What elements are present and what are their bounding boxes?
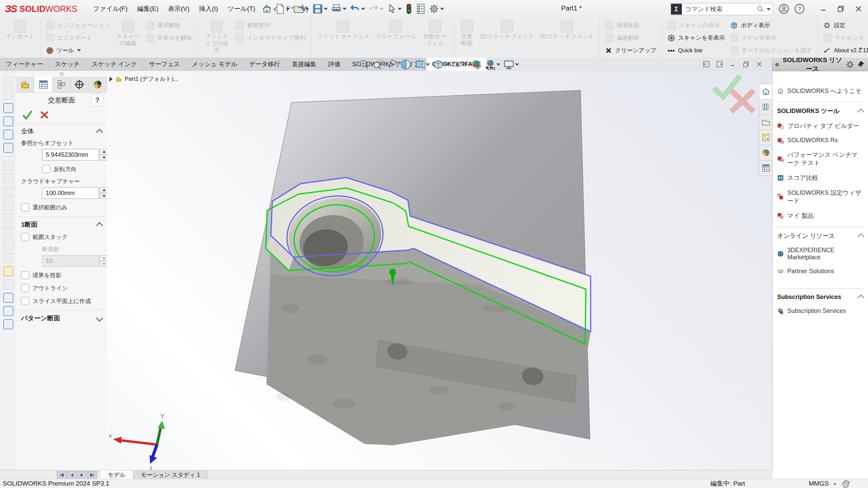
slice-plane-checkbox[interactable]	[21, 297, 29, 305]
tools-section-header[interactable]: SOLIDWORKS ツール	[777, 107, 863, 115]
design-library-tab[interactable]	[759, 99, 772, 115]
options-caret[interactable]	[440, 8, 444, 10]
cleanup-button[interactable]: クリーンアップ	[603, 44, 659, 57]
doc-dock-right-icon[interactable]	[714, 59, 725, 69]
help-icon[interactable]: ?	[794, 3, 805, 14]
performance-benchmark-link[interactable]: Rxパフォーマンス ベンチマーク テスト	[777, 151, 863, 167]
tree-root-label[interactable]: Part1 (デフォルト)...	[125, 75, 178, 83]
tools-caret[interactable]	[77, 49, 81, 52]
apply-scene-caret[interactable]	[496, 63, 500, 66]
tab-surfaces[interactable]: サーフェス	[143, 58, 186, 71]
command-search[interactable]: Σ コマンド検索	[671, 3, 773, 15]
file-explorer-tab[interactable]	[759, 114, 772, 130]
first-tab-button[interactable]	[57, 471, 66, 479]
tab-sketch-ink[interactable]: スケッチ インク	[86, 58, 143, 71]
select-button[interactable]	[387, 3, 402, 15]
file-properties-button[interactable]	[415, 3, 426, 15]
my-products-link[interactable]: マイ 製品	[777, 212, 863, 220]
marketplace-link[interactable]: 3DEXPERIENCE Marketplace	[777, 247, 863, 261]
hide-show-caret[interactable]	[464, 63, 468, 66]
doc-minimize-button[interactable]	[728, 59, 738, 69]
export-button[interactable]: エクスポート	[43, 32, 113, 44]
outline-row[interactable]: アウトライン	[16, 282, 107, 295]
property-tab-builder-link[interactable]: プロパティ タブ ビルダー	[777, 122, 863, 130]
appearances-tab[interactable]	[759, 145, 772, 161]
display-style-caret[interactable]	[445, 63, 449, 66]
subscription-section-header[interactable]: Subscription Services	[777, 294, 863, 301]
interactive-align-button[interactable]: インタラクティブ整列	[233, 32, 308, 44]
doc-close-button[interactable]	[754, 59, 764, 69]
box-fit-icon[interactable]	[3, 174, 13, 184]
units-selector[interactable]: MMGS	[809, 480, 850, 488]
quick-bar-button[interactable]: Quick bar	[665, 44, 728, 57]
feature-manager-tab[interactable]	[16, 77, 34, 92]
scan-edit-button[interactable]: スキャンの編集	[113, 19, 143, 47]
license-button[interactable]: ライセンス	[821, 32, 868, 44]
menu-view[interactable]: 表示(V)	[164, 2, 194, 15]
tab-direct-edit[interactable]: 直接編集	[286, 58, 322, 71]
menu-file[interactable]: ファイル(F)	[89, 2, 132, 15]
undo-caret[interactable]	[361, 8, 365, 10]
hide-all-sections-button[interactable]: すべてのセクションを隠す	[728, 44, 815, 57]
wrap-sketch-icon[interactable]	[3, 130, 13, 139]
dimxpert-manager-tab[interactable]	[71, 77, 88, 92]
flip-direction-checkbox[interactable]	[42, 165, 50, 173]
section-count-spinner[interactable]: 10	[42, 255, 108, 267]
minimize-button[interactable]	[816, 2, 831, 16]
model-tab[interactable]: モデル	[100, 470, 133, 480]
user-account-icon[interactable]	[778, 3, 789, 14]
restore-button[interactable]	[833, 2, 848, 16]
redo-button[interactable]	[368, 3, 384, 15]
search-icon[interactable]	[756, 5, 765, 13]
tag-icon[interactable]	[841, 480, 850, 488]
offset-value[interactable]: 5.94452303mm	[42, 149, 99, 161]
sketch-fit-3d-button[interactable]: 3Dスケッチフィット	[537, 19, 597, 40]
collapse-pane-button[interactable]: «	[775, 60, 779, 69]
box-trim-icon[interactable]	[3, 200, 13, 210]
motion-study-tab[interactable]: モーション スタディ 1	[133, 470, 208, 480]
project-boundary-row[interactable]: 境界を投影	[16, 269, 107, 282]
undo-button[interactable]	[349, 3, 366, 15]
options-button[interactable]	[428, 3, 445, 15]
home-button[interactable]	[261, 3, 273, 15]
view-settings-icon[interactable]	[504, 59, 519, 70]
last-tab-button[interactable]	[87, 471, 97, 479]
polyline-icon[interactable]	[3, 103, 13, 113]
search-input[interactable]: コマンド検索	[682, 5, 756, 13]
section-single-header[interactable]: 1断面	[16, 217, 107, 230]
edit-appearance-icon[interactable]	[471, 59, 482, 70]
sketch-on-grid-icon[interactable]	[3, 266, 13, 276]
spline-icon[interactable]	[3, 116, 13, 126]
custom-properties-tab[interactable]	[759, 160, 772, 176]
information-button[interactable]: インフォメーション	[43, 19, 113, 32]
tab-mesh-model[interactable]: メッシュ モデル	[186, 58, 243, 71]
view-orientation-caret[interactable]	[426, 63, 430, 66]
tree-expand-icon[interactable]	[110, 77, 113, 81]
subscription-services-link[interactable]: Subscription Services	[777, 307, 863, 315]
box-shell-icon[interactable]	[3, 227, 13, 237]
simple-compare-button[interactable]: 簡易比較	[603, 19, 659, 32]
box-pattern-icon[interactable]	[3, 253, 13, 263]
menu-edit[interactable]: 編集(E)	[133, 2, 162, 15]
view-orientation-icon[interactable]	[414, 59, 430, 70]
section-view-icon[interactable]	[400, 59, 411, 70]
settings-wizard-link[interactable]: SOLIDWORKS 設定ウィザード	[777, 189, 863, 205]
tab-sketch[interactable]: スケッチ	[49, 58, 86, 71]
hide-show-items-icon[interactable]	[452, 59, 468, 70]
print-caret[interactable]	[342, 8, 347, 10]
cloud-capture-value[interactable]: 100.00mm	[42, 187, 99, 199]
hide-body-button[interactable]: ボディ非表示	[728, 32, 815, 44]
fit-surface-button[interactable]: フィットサーフェス	[314, 19, 372, 40]
score-compare-link[interactable]: スコア比較	[777, 174, 863, 182]
select-caret[interactable]	[398, 8, 402, 10]
deselect-button[interactable]: 選択解除	[143, 19, 195, 32]
import-button[interactable]: インポート	[3, 19, 38, 40]
zoom-to-fit-icon[interactable]	[359, 59, 370, 70]
slice-plane-row[interactable]: スライス平面上に作成	[16, 295, 107, 307]
unhide-button[interactable]: 非表示を解除	[143, 32, 195, 44]
tab-evaluate[interactable]: 評価	[322, 58, 347, 71]
primitive-extract-button[interactable]: プリミティブの抽出	[200, 19, 233, 54]
feature-tree-root[interactable]: Part1 (デフォルト)...	[110, 75, 178, 83]
helix-icon[interactable]	[3, 143, 13, 153]
tab-features[interactable]: フィーチャー	[0, 58, 49, 71]
